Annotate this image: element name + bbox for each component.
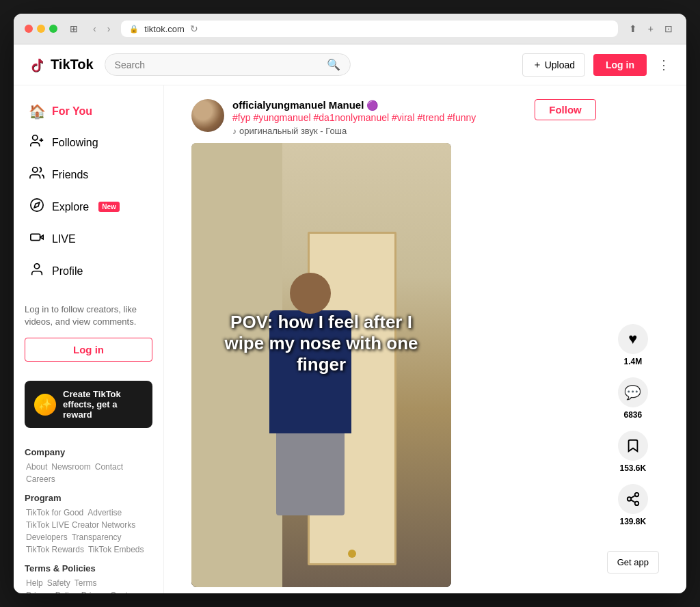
sidebar-item-profile[interactable]: Profile xyxy=(19,255,158,287)
browser-actions: ⬆ + ⊡ xyxy=(626,22,675,36)
footer-link-advertise[interactable]: Advertise xyxy=(86,507,123,518)
company-title: Company xyxy=(25,447,152,457)
live-icon xyxy=(29,230,45,248)
svg-point-9 xyxy=(628,497,632,501)
comment-icon-circle: 💬 xyxy=(618,377,648,407)
like-count: 1.4M xyxy=(624,357,643,366)
verified-icon: 🟣 xyxy=(366,100,378,111)
sidebar-login-button[interactable]: Log in xyxy=(25,338,152,362)
more-options-button[interactable]: ⋮ xyxy=(655,55,673,75)
search-icon: 🔍 xyxy=(327,58,340,71)
follow-button[interactable]: Follow xyxy=(535,99,596,120)
footer-link-developers[interactable]: Developers xyxy=(25,532,69,543)
sidebar-item-live[interactable]: LIVE xyxy=(19,223,158,255)
like-action[interactable]: ♥ 1.4M xyxy=(618,324,648,366)
sidebar-toggle-icon[interactable]: ⊞ xyxy=(66,22,82,36)
post-sound[interactable]: ♪ оригинальный звук - Гоша xyxy=(232,126,526,136)
footer-link-careers[interactable]: Careers xyxy=(25,474,57,485)
music-note-icon: ♪ xyxy=(232,126,237,136)
following-icon xyxy=(29,133,45,152)
close-button[interactable] xyxy=(25,25,33,33)
hashtag-fyp[interactable]: #fyp xyxy=(232,112,250,123)
svg-line-12 xyxy=(631,496,635,498)
footer-link-newsroom[interactable]: Newsroom xyxy=(50,461,92,472)
hashtag-da1nonlymanuel[interactable]: #da1nonlymanuel xyxy=(314,112,390,123)
avatar[interactable] xyxy=(191,99,224,132)
video-post: officialyungmanuel Manuel 🟣 #fyp #yungma… xyxy=(191,99,659,587)
browser-chrome: ⊞ ‹ › 🔒 tiktok.com ↻ ⬆ + ⊡ xyxy=(14,14,686,44)
hashtag-yungmanuel[interactable]: #yungmanuel xyxy=(253,112,310,123)
footer-link-contact[interactable]: Contact xyxy=(94,461,124,472)
get-app-button[interactable]: Get app xyxy=(607,551,659,574)
sidebar-label-following: Following xyxy=(52,137,98,149)
app-content: TikTok 🔍 ＋ Upload Log in ⋮ 🏠 xyxy=(14,44,686,593)
hashtag-trend[interactable]: #trend xyxy=(418,112,445,123)
username-text[interactable]: officialyungmanuel xyxy=(232,99,326,111)
footer-link-tiktok-for-good[interactable]: TikTok for Good xyxy=(25,507,85,518)
nav-menu: 🏠 For You Following Friends xyxy=(14,96,163,287)
footer-link-transparency[interactable]: Transparency xyxy=(70,532,123,543)
heart-icon: ♥ xyxy=(628,330,637,348)
footer-link-about[interactable]: About xyxy=(25,461,49,472)
minimize-button[interactable] xyxy=(37,25,45,33)
bookmark-icon-circle xyxy=(618,431,648,461)
share-page-button[interactable]: ⬆ xyxy=(626,22,640,36)
footer-link-privacy-center[interactable]: Privacy Center xyxy=(80,590,137,593)
friends-icon xyxy=(29,165,45,184)
search-bar[interactable]: 🔍 xyxy=(105,53,351,76)
footer-link-embeds[interactable]: TikTok Embeds xyxy=(87,544,146,555)
sidebar-item-friends[interactable]: Friends xyxy=(19,159,158,191)
video-player[interactable]: POV: how I feel after I wipe my nose wit… xyxy=(191,143,451,587)
refresh-button[interactable]: ↻ xyxy=(190,23,198,34)
sidebar: 🏠 For You Following Friends xyxy=(14,85,164,593)
footer-link-live-creator[interactable]: TikTok LIVE Creator Networks xyxy=(25,520,137,530)
program-title: Program xyxy=(25,493,152,503)
footer-link-terms[interactable]: Terms xyxy=(73,578,98,589)
traffic-lights xyxy=(25,25,57,33)
add-tab-button[interactable]: + xyxy=(645,22,656,36)
person-figure xyxy=(256,273,365,519)
sidebar-item-explore[interactable]: Explore New xyxy=(19,191,158,223)
person-head xyxy=(290,273,331,314)
person-legs xyxy=(276,433,345,515)
tiktok-logo[interactable]: TikTok xyxy=(27,55,94,75)
logo-label: TikTok xyxy=(51,57,94,72)
svg-marker-5 xyxy=(34,202,40,208)
browser-window: ⊞ ‹ › 🔒 tiktok.com ↻ ⬆ + ⊡ TikTok xyxy=(14,14,686,593)
sidebar-label-for-you: For You xyxy=(52,105,92,118)
upload-button[interactable]: ＋ Upload xyxy=(522,53,585,77)
footer-link-help[interactable]: Help xyxy=(25,578,44,589)
footer-link-safety[interactable]: Safety xyxy=(46,578,72,589)
login-button[interactable]: Log in xyxy=(593,54,647,76)
forward-button[interactable]: › xyxy=(105,22,113,36)
url-text: tiktok.com xyxy=(144,24,185,34)
program-links: TikTok for Good Advertise TikTok LIVE Cr… xyxy=(25,507,152,555)
tiktok-header: TikTok 🔍 ＋ Upload Log in ⋮ xyxy=(14,44,686,85)
footer-link-privacy-policy[interactable]: Privacy Policy xyxy=(25,590,79,593)
post-username: officialyungmanuel Manuel 🟣 xyxy=(232,99,526,111)
share-icon xyxy=(625,491,641,507)
comment-action[interactable]: 💬 6836 xyxy=(618,377,648,420)
post-info: officialyungmanuel Manuel 🟣 #fyp #yungma… xyxy=(232,99,526,136)
footer-link-rewards[interactable]: TikTok Rewards xyxy=(25,544,85,555)
upload-label: Upload xyxy=(545,59,575,70)
svg-point-4 xyxy=(31,199,43,211)
address-bar[interactable]: 🔒 tiktok.com ↻ xyxy=(121,21,617,37)
hashtag-funny[interactable]: #funny xyxy=(447,112,476,123)
sidebar-item-following[interactable]: Following xyxy=(19,126,158,159)
search-input[interactable] xyxy=(115,59,321,70)
create-effects-button[interactable]: ✨ Create TikTok effects, get a reward xyxy=(25,381,152,428)
extensions-button[interactable]: ⊡ xyxy=(662,22,675,36)
post-header: officialyungmanuel Manuel 🟣 #fyp #yungma… xyxy=(191,99,596,136)
home-icon: 🏠 xyxy=(29,103,45,120)
share-action[interactable]: 139.8K xyxy=(618,484,648,526)
main-layout: 🏠 For You Following Friends xyxy=(14,85,686,593)
maximize-button[interactable] xyxy=(49,25,57,33)
back-button[interactable]: ‹ xyxy=(90,22,99,36)
video-background: POV: how I feel after I wipe my nose wit… xyxy=(191,143,451,587)
bookmark-action[interactable]: 153.6K xyxy=(618,431,648,473)
hashtag-viral[interactable]: #viral xyxy=(392,112,414,123)
svg-point-3 xyxy=(33,167,38,172)
sidebar-item-for-you[interactable]: 🏠 For You xyxy=(19,96,158,126)
sidebar-label-live: LIVE xyxy=(52,233,76,245)
